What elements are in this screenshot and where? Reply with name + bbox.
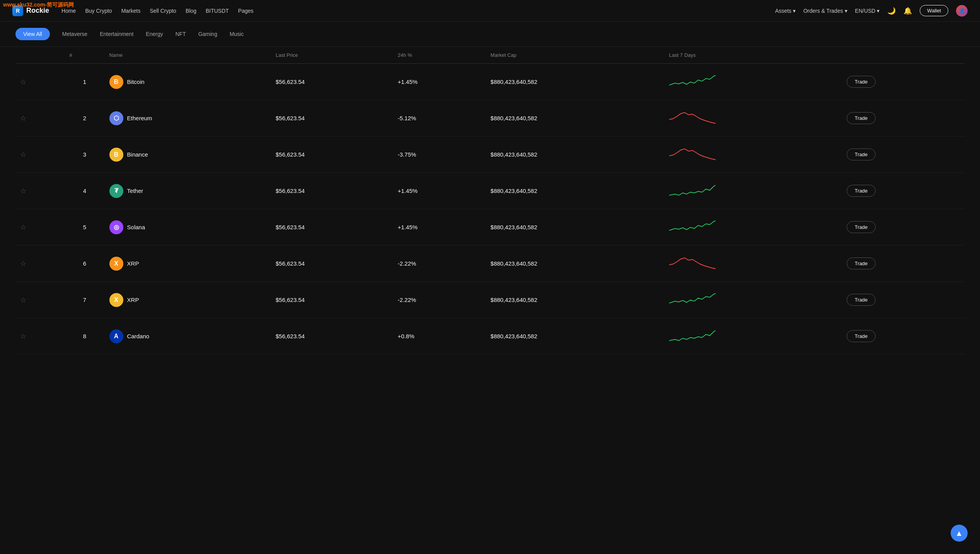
rank-cell: 5 <box>65 209 104 245</box>
filter-energy[interactable]: Energy <box>146 31 163 37</box>
filter-nft[interactable]: NFT <box>176 31 186 37</box>
nav-orders[interactable]: Orders & Trades ▾ <box>803 8 847 14</box>
trade-button[interactable]: Trade <box>847 257 876 269</box>
coin-icon: ₮ <box>109 184 123 198</box>
filter-tabs: View All Metaverse Entertainment Energy … <box>0 22 980 47</box>
action-cell[interactable]: Trade <box>842 282 965 318</box>
nav-sell-crypto[interactable]: Sell Crypto <box>150 8 176 14</box>
th-star <box>15 47 65 64</box>
star-cell[interactable]: ☆ <box>15 282 65 318</box>
trade-button[interactable]: Trade <box>847 221 876 233</box>
trade-button[interactable]: Trade <box>847 148 876 160</box>
th-rank: # <box>65 47 104 64</box>
table-header-row: # Name Last Price 24h % Market Cap Last … <box>15 47 965 64</box>
rank-cell: 8 <box>65 318 104 355</box>
trade-button[interactable]: Trade <box>847 185 876 197</box>
nav-home[interactable]: Home <box>61 8 76 14</box>
crypto-table: # Name Last Price 24h % Market Cap Last … <box>15 47 965 355</box>
action-cell[interactable]: Trade <box>842 318 965 355</box>
nav-currency[interactable]: EN/USD ▾ <box>855 8 880 14</box>
nav-bitusdt[interactable]: BITUSDT <box>206 8 229 14</box>
table-row: ☆ 1 B Bitcoin $56,623.54 +1.45% $880,423… <box>15 64 965 100</box>
rank-cell: 3 <box>65 136 104 173</box>
chart-cell <box>665 209 842 245</box>
bell-icon[interactable]: 🔔 <box>903 7 912 15</box>
trade-button[interactable]: Trade <box>847 294 876 306</box>
trade-button[interactable]: Trade <box>847 330 876 342</box>
favorite-star[interactable]: ☆ <box>20 78 26 86</box>
coin-icon: ◎ <box>109 220 123 234</box>
moon-icon[interactable]: 🌙 <box>887 7 896 15</box>
change-cell: +0.8% <box>393 318 486 355</box>
coin-name: XRP <box>127 260 139 267</box>
coin-cell: ₮ Tether <box>109 184 266 198</box>
rank-cell: 7 <box>65 282 104 318</box>
chart-cell <box>665 100 842 136</box>
star-cell[interactable]: ☆ <box>15 100 65 136</box>
chart-cell <box>665 282 842 318</box>
filter-view-all[interactable]: View All <box>15 28 50 40</box>
filter-gaming[interactable]: Gaming <box>198 31 217 37</box>
nav-buy-crypto[interactable]: Buy Crypto <box>85 8 112 14</box>
filter-metaverse[interactable]: Metaverse <box>62 31 87 37</box>
coin-icon: ⬡ <box>109 111 123 125</box>
coin-name: Tether <box>127 188 143 194</box>
filter-entertainment[interactable]: Entertainment <box>100 31 133 37</box>
wallet-button[interactable]: Wallet <box>920 5 948 16</box>
th-action <box>842 47 965 64</box>
coin-cell: B Bitcoin <box>109 75 266 89</box>
star-cell[interactable]: ☆ <box>15 209 65 245</box>
action-cell[interactable]: Trade <box>842 100 965 136</box>
logo-icon: R <box>12 5 23 16</box>
coin-icon: B <box>109 75 123 89</box>
th-mcap: Market Cap <box>486 47 665 64</box>
table-row: ☆ 6 X XRP $56,623.54 -2.22% $880,423,640… <box>15 245 965 282</box>
action-cell[interactable]: Trade <box>842 64 965 100</box>
filter-music[interactable]: Music <box>230 31 244 37</box>
trade-button[interactable]: Trade <box>847 112 876 124</box>
star-cell[interactable]: ☆ <box>15 318 65 355</box>
favorite-star[interactable]: ☆ <box>20 296 26 304</box>
action-cell[interactable]: Trade <box>842 173 965 209</box>
favorite-star[interactable]: ☆ <box>20 114 26 122</box>
coin-icon: X <box>109 257 123 271</box>
trade-button[interactable]: Trade <box>847 76 876 88</box>
star-cell[interactable]: ☆ <box>15 64 65 100</box>
th-name: Name <box>105 47 271 64</box>
star-cell[interactable]: ☆ <box>15 136 65 173</box>
favorite-star[interactable]: ☆ <box>20 332 26 340</box>
rank-cell: 2 <box>65 100 104 136</box>
th-chart: Last 7 Days <box>665 47 842 64</box>
mcap-cell: $880,423,640,582 <box>486 100 665 136</box>
avatar[interactable]: 👤 <box>956 5 968 17</box>
price-cell: $56,623.54 <box>271 245 393 282</box>
nav-blog[interactable]: Blog <box>186 8 196 14</box>
action-cell[interactable]: Trade <box>842 136 965 173</box>
favorite-star[interactable]: ☆ <box>20 151 26 159</box>
coin-name: XRP <box>127 297 139 303</box>
coin-cell: ⬡ Ethereum <box>109 111 266 125</box>
change-cell: -3.75% <box>393 136 486 173</box>
price-cell: $56,623.54 <box>271 64 393 100</box>
nav-pages[interactable]: Pages <box>238 8 254 14</box>
coin-cell: X XRP <box>109 293 266 307</box>
nav-assets[interactable]: Assets ▾ <box>775 8 796 14</box>
favorite-star[interactable]: ☆ <box>20 223 26 231</box>
action-cell[interactable]: Trade <box>842 245 965 282</box>
scroll-to-top[interactable]: ▲ <box>951 525 968 542</box>
nav-markets[interactable]: Markets <box>121 8 141 14</box>
action-cell[interactable]: Trade <box>842 209 965 245</box>
favorite-star[interactable]: ☆ <box>20 187 26 195</box>
change-cell: -2.22% <box>393 245 486 282</box>
coin-name: Cardano <box>127 333 150 339</box>
change-cell: +1.45% <box>393 173 486 209</box>
logo: R Rockie <box>12 5 49 16</box>
star-cell[interactable]: ☆ <box>15 245 65 282</box>
favorite-star[interactable]: ☆ <box>20 260 26 268</box>
star-cell[interactable]: ☆ <box>15 173 65 209</box>
name-cell: ◎ Solana <box>105 209 271 245</box>
price-cell: $56,623.54 <box>271 282 393 318</box>
change-cell: +1.45% <box>393 209 486 245</box>
name-cell: ₮ Tether <box>105 173 271 209</box>
mcap-cell: $880,423,640,582 <box>486 209 665 245</box>
